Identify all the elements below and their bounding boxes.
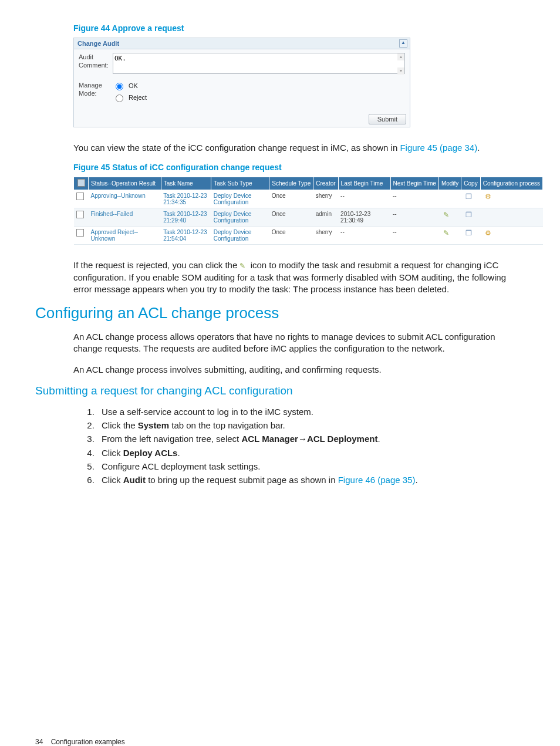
step6-a: Click xyxy=(102,475,123,485)
header-task-subtype: Task Sub Type xyxy=(211,177,269,190)
para1-text-before: You can view the state of the iCC config… xyxy=(73,143,400,153)
submit-button[interactable]: Submit xyxy=(369,114,406,124)
header-checkbox[interactable] xyxy=(77,179,85,187)
step-1: Use a self-service account to log in to … xyxy=(97,406,513,418)
header-schedule-type: Schedule Type xyxy=(269,177,313,190)
step4-bold-deploy: Deploy ACLs xyxy=(123,448,178,458)
para1-text-after: . xyxy=(477,143,480,153)
cell-next-begin: -- xyxy=(390,208,438,227)
cell-last-begin: 2010-12-23 21:30:49 xyxy=(338,208,390,227)
step4-a: Click xyxy=(102,448,123,458)
audit-comment-input[interactable] xyxy=(113,53,405,74)
cell-status: Approved Reject--Unknown xyxy=(89,227,161,245)
figure46-link[interactable]: Figure 46 (page 35) xyxy=(338,475,416,485)
cell-creator: sherry xyxy=(313,227,338,245)
cell-copy: ❐ xyxy=(461,227,480,245)
cell-checkbox-wrap xyxy=(74,227,89,245)
task-name-link[interactable]: Task 2010-12-23 21:54:04 xyxy=(163,229,207,242)
copy-icon[interactable]: ❐ xyxy=(465,193,473,201)
header-modify: Modify xyxy=(438,177,461,190)
cell-status: Finished--Failed xyxy=(89,208,161,227)
cell-task-name: Task 2010-12-23 21:34:35 xyxy=(161,190,211,208)
heading-acl-change-process: Configuring an ACL change process xyxy=(35,304,542,322)
para2-text-before: If the request is rejected, you can clic… xyxy=(73,260,239,270)
step3-bold-aclmgr: ACL Manager xyxy=(241,434,298,444)
table-row: Finished--FailedTask 2010-12-23 21:29:40… xyxy=(74,208,543,227)
step3-a: From the left navigation tree, select xyxy=(102,434,241,444)
row-checkbox[interactable] xyxy=(76,193,84,200)
step2-bold-system: System xyxy=(138,420,169,430)
status-link[interactable]: Approved Reject--Unknown xyxy=(91,229,139,242)
status-link[interactable]: Finished--Failed xyxy=(91,211,133,217)
step-3: From the left navigation tree, select AC… xyxy=(97,433,513,445)
cell-task-name: Task 2010-12-23 21:54:04 xyxy=(161,227,211,245)
page-number: 34 xyxy=(35,738,43,746)
cell-task-subtype: Deploy Device Configuration xyxy=(211,227,269,245)
cell-copy: ❐ xyxy=(461,208,480,227)
step-4: Click Deploy ACLs. xyxy=(97,447,513,459)
cell-checkbox-wrap xyxy=(74,190,89,208)
step-2: Click the System tab on the top navigati… xyxy=(97,420,513,431)
step6-d: . xyxy=(415,475,417,485)
figure45-link[interactable]: Figure 45 (page 34) xyxy=(400,143,477,153)
step4-c: . xyxy=(177,448,180,458)
paragraph-rejected: If the request is rejected, you can clic… xyxy=(73,259,513,295)
cell-config: ⚙ xyxy=(480,190,542,208)
mode-ok-label: OK xyxy=(129,82,138,89)
collapse-icon[interactable]: ▲ xyxy=(399,39,407,48)
step3-e: . xyxy=(377,434,380,444)
icc-status-table: Status--Operation Result Task Name Task … xyxy=(73,177,543,245)
paragraph-view-state: You can view the state of the iCC config… xyxy=(73,142,513,154)
step3-bold-acldeploy: ACL Deployment xyxy=(307,434,378,444)
cell-modify: ✎ xyxy=(438,227,461,245)
task-name-link[interactable]: Task 2010-12-23 21:29:40 xyxy=(163,211,207,224)
mode-ok-radio[interactable] xyxy=(116,83,123,90)
row-checkbox[interactable] xyxy=(76,229,84,237)
task-subtype-link[interactable]: Deploy Device Configuration xyxy=(214,229,251,242)
manage-mode-label: Manage Mode: xyxy=(79,81,113,97)
mode-reject-option[interactable]: Reject xyxy=(113,93,147,102)
cell-config xyxy=(480,208,542,227)
header-checkbox-cell xyxy=(74,177,89,190)
step2-c: tab on the top navigation bar. xyxy=(169,420,285,430)
step-6: Click Audit to bring up the request subm… xyxy=(97,474,513,486)
step3-arrow: → xyxy=(298,434,307,444)
cell-schedule-type: Once xyxy=(269,227,313,245)
task-name-link[interactable]: Task 2010-12-23 21:34:35 xyxy=(163,193,207,205)
cell-config: ⚙ xyxy=(480,227,542,245)
paragraph-acl-intro: An ACL change process allows operators t… xyxy=(73,331,513,355)
figure44-caption: Figure 44 Approve a request xyxy=(73,23,542,33)
task-subtype-link[interactable]: Deploy Device Configuration xyxy=(214,193,251,205)
header-status: Status--Operation Result xyxy=(89,177,161,190)
config-process-icon[interactable]: ⚙ xyxy=(484,193,492,201)
textarea-scroll-down-icon[interactable]: ▾ xyxy=(397,67,404,75)
cell-schedule-type: Once xyxy=(269,190,313,208)
cell-status: Approving--Unknown xyxy=(89,190,161,208)
cell-checkbox-wrap xyxy=(74,208,89,227)
textarea-scroll-up-icon[interactable]: ▴ xyxy=(397,53,404,60)
copy-icon[interactable]: ❐ xyxy=(465,211,473,219)
header-creator: Creator xyxy=(313,177,338,190)
cell-last-begin: -- xyxy=(338,190,390,208)
heading-submit-acl-request: Submitting a request for changing ACL co… xyxy=(35,384,542,397)
cell-task-subtype: Deploy Device Configuration xyxy=(211,208,269,227)
cell-creator: admin xyxy=(313,208,338,227)
table-row: Approved Reject--UnknownTask 2010-12-23 … xyxy=(74,227,543,245)
header-next-begin: Next Begin Time xyxy=(390,177,438,190)
row-checkbox[interactable] xyxy=(76,211,84,218)
mode-ok-option[interactable]: OK xyxy=(113,81,147,90)
step6-c: to bring up the request submit page as s… xyxy=(146,475,338,485)
mode-reject-radio[interactable] xyxy=(116,94,123,102)
copy-icon[interactable]: ❐ xyxy=(465,229,473,237)
modify-icon[interactable]: ✎ xyxy=(442,211,450,219)
paragraph-acl-steps-summary: An ACL change process involves submittin… xyxy=(73,364,513,376)
cell-schedule-type: Once xyxy=(269,208,313,227)
status-link[interactable]: Approving--Unknown xyxy=(91,193,146,199)
change-audit-panel-title: Change Audit xyxy=(77,40,119,47)
header-task-name: Task Name xyxy=(161,177,211,190)
config-process-icon[interactable]: ⚙ xyxy=(484,229,492,237)
modify-icon[interactable]: ✎ xyxy=(442,229,450,237)
step6-bold-audit: Audit xyxy=(123,475,146,485)
step-5: Configure ACL deployment task settings. xyxy=(97,461,513,472)
task-subtype-link[interactable]: Deploy Device Configuration xyxy=(214,211,251,224)
